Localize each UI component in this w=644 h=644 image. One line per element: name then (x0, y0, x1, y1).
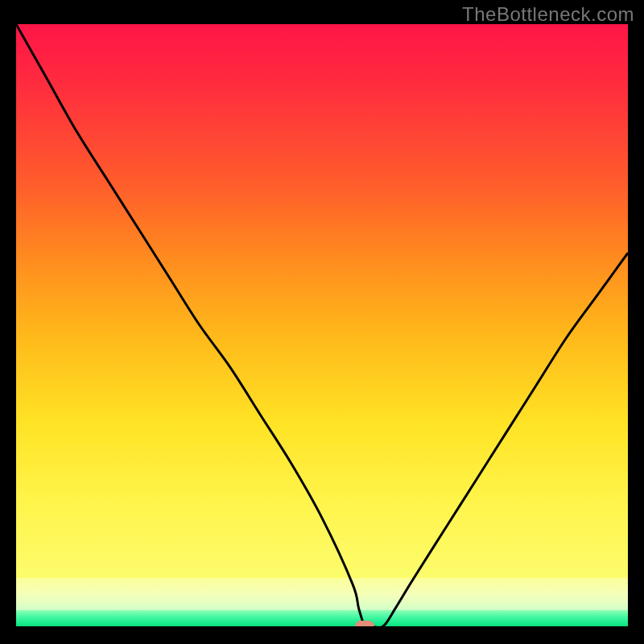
watermark-text: TheBottleneck.com (462, 3, 634, 26)
chart-frame: TheBottleneck.com (0, 0, 644, 644)
plot-area (16, 24, 628, 626)
optimum-marker (355, 621, 374, 626)
curve-path (16, 24, 628, 626)
bottleneck-curve (16, 24, 628, 626)
